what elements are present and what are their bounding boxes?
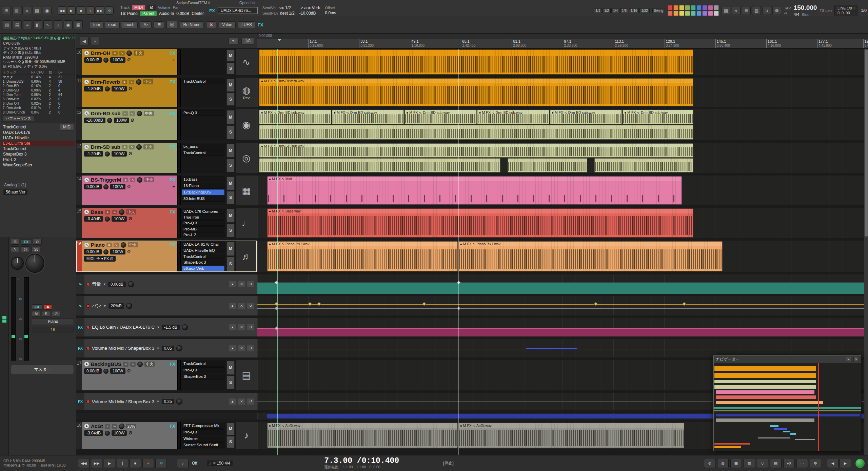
- fx-slot[interactable]: TrackControl: [182, 79, 224, 84]
- track-name[interactable]: Bass: [91, 209, 103, 215]
- envelope-knob[interactable]: [176, 345, 182, 351]
- phase-button[interactable]: Ø: [127, 58, 130, 62]
- timeline-ruler[interactable]: 0:00.000 17.1 0:25.600 33.1 0:51.200: [257, 34, 868, 49]
- pan-value[interactable]: 28%: [126, 424, 136, 428]
- envelope-knob[interactable]: [182, 324, 188, 330]
- list-button[interactable]: ≣: [154, 21, 164, 28]
- volume-value[interactable]: 0.00dB: [84, 57, 102, 63]
- chevron-down-icon[interactable]: ▼: [157, 400, 160, 403]
- pan-knob[interactable]: [121, 242, 126, 248]
- color-swatch[interactable]: [714, 5, 719, 10]
- track-icon[interactable]: ▦: [236, 176, 257, 205]
- media-item[interactable]: ● M FX ∿ Bass.wav: [267, 208, 693, 238]
- envelope-value[interactable]: 0.00dB: [108, 282, 126, 287]
- envelope-line-2[interactable]: [257, 308, 868, 309]
- pin-icon[interactable]: ▪: [846, 357, 851, 362]
- track-number[interactable]: 11: [76, 78, 82, 107]
- grid-icon[interactable]: ▦: [74, 20, 83, 29]
- routing-button[interactable]: ⊞: [11, 239, 19, 245]
- envelope-button[interactable]: ∿: [11, 246, 19, 252]
- playback-position[interactable]: 7.3.00 /0:10.400: [324, 457, 399, 465]
- routing-button[interactable]: ≡: [122, 80, 127, 84]
- envelope-name[interactable]: Volume Mid Mix / ShaperBox 3: [92, 399, 155, 404]
- scrollbar-thumb[interactable]: [865, 49, 868, 237]
- envelope-button[interactable]: ∿: [129, 80, 134, 84]
- play-icon[interactable]: ▶: [67, 6, 76, 15]
- volume-value[interactable]: -10.00dB: [84, 118, 105, 123]
- width-value[interactable]: 100W: [110, 57, 125, 63]
- grid-division-button[interactable]: 1/32: [639, 8, 649, 13]
- fx-slot[interactable]: 17:BackingBUS: [182, 189, 224, 195]
- color-swatch[interactable]: [696, 11, 702, 16]
- pan-knob[interactable]: [137, 177, 142, 183]
- offset-value[interactable]: 0.0ms: [325, 11, 336, 15]
- pause-button[interactable]: ∥: [117, 459, 128, 468]
- track-name[interactable]: Drm-SD sub: [91, 144, 120, 150]
- envelope-reset-button[interactable]: ↺: [247, 303, 254, 309]
- width-value[interactable]: 100W: [112, 216, 127, 222]
- performance-table-row[interactable]: マスター0.14%431: [1, 75, 75, 79]
- master-fx-slot[interactable]: UADx LA-6176: [1, 130, 75, 135]
- track-number[interactable]: 17: [76, 360, 82, 390]
- tempo-sig[interactable]: 4/4: [225, 461, 231, 466]
- metronome-icon[interactable]: ♪: [54, 20, 62, 29]
- envelope-value[interactable]: 0.05: [162, 346, 174, 351]
- master-fx-slot[interactable]: Pro-L 2: [1, 157, 75, 162]
- vertical-scrollbar[interactable]: [864, 49, 868, 455]
- media-item[interactable]: ● M FX ∿ AcGt.wav: [458, 423, 684, 448]
- track-number[interactable]: 14: [76, 176, 82, 205]
- region-list-icon[interactable]: ≣: [742, 6, 751, 15]
- master-fx-slot[interactable]: UADx Hitsville: [1, 135, 75, 141]
- envelope-collapse-button[interactable]: ▲: [229, 303, 236, 309]
- envelope-arm-button[interactable]: [86, 326, 90, 329]
- performance-table-row[interactable]: 4: Drm-Tom0.05%264: [1, 93, 75, 97]
- trim-knob[interactable]: [103, 249, 108, 254]
- routing-button[interactable]: ≡: [122, 145, 127, 149]
- arrange-lane[interactable]: [257, 49, 868, 75]
- envelope-knob[interactable]: [176, 398, 182, 405]
- grid-division-button[interactable]: 1/1: [594, 8, 602, 13]
- swing-button[interactable]: Swing: [652, 8, 665, 13]
- fx-button[interactable]: FX: [170, 111, 175, 116]
- fx-toggle[interactable]: FX: [258, 22, 263, 27]
- dock-icon[interactable]: ⊞: [2, 6, 11, 15]
- grid-division-button[interactable]: 1/8: [620, 8, 628, 13]
- send-dest[interactable]: dest 1/2: [280, 11, 295, 16]
- tempo-bpm[interactable]: 150: [217, 461, 223, 466]
- fx-slot[interactable]: 16:Piano: [182, 183, 224, 189]
- fx-slot[interactable]: ShaperBox 3: [182, 374, 224, 380]
- envelope-reset-button[interactable]: ↺: [247, 345, 254, 351]
- routing-button[interactable]: ≡: [123, 178, 128, 182]
- color-swatch[interactable]: [685, 5, 690, 10]
- az-sort-button[interactable]: Az: [140, 21, 152, 28]
- pan-knob[interactable]: [126, 50, 132, 56]
- envelope-knob[interactable]: [126, 303, 132, 309]
- arrange-lane[interactable]: ● M FX ∿ Drm-BD sub.wav ● M FX ∿ Drm-BD …: [257, 109, 868, 140]
- close-icon[interactable]: ✕: [853, 357, 859, 362]
- fx-button[interactable]: FX: [170, 362, 175, 367]
- color-swatch[interactable]: [673, 11, 678, 16]
- performance-table-row[interactable]: 6: Drm-OH0.02%20: [1, 101, 75, 106]
- pan-knob[interactable]: [119, 209, 124, 215]
- media-item[interactable]: ● M FX ∿ Drm-BD sub.wav: [623, 110, 693, 124]
- envelope-point[interactable]: [594, 302, 597, 306]
- rename-button[interactable]: Re Name: [180, 21, 204, 28]
- solo-button[interactable]: S: [42, 311, 50, 316]
- track-name[interactable]: BackingBUS: [91, 361, 121, 367]
- envelope-close-button[interactable]: ✕: [238, 324, 245, 330]
- track-name[interactable]: Drm-OH: [91, 50, 111, 56]
- fx-button[interactable]: FX: [170, 50, 175, 56]
- magnet-icon[interactable]: ∪: [762, 6, 771, 15]
- solo-button[interactable]: S: [226, 224, 235, 238]
- actions-icon[interactable]: ≡: [22, 6, 31, 15]
- pan-value[interactable]: 中央: [126, 209, 136, 214]
- phase-button[interactable]: Ø: [129, 217, 132, 221]
- envelope-point[interactable]: [422, 302, 426, 306]
- selection-end[interactable]: 1.1.00: [356, 465, 366, 470]
- envelope-name[interactable]: 音量: [92, 281, 101, 287]
- envelope-reset-button[interactable]: ↺: [247, 324, 254, 330]
- mute-button[interactable]: M: [226, 79, 235, 92]
- automation-mode-button[interactable]: read: [105, 21, 120, 28]
- project-bay-icon[interactable]: ◍: [717, 459, 729, 468]
- envelope-arm-button[interactable]: [86, 347, 90, 350]
